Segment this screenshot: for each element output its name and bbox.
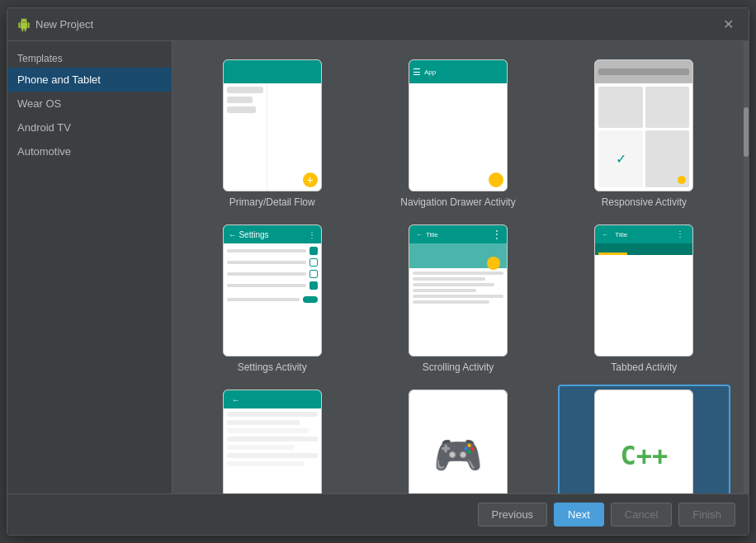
gamepad-icon: 🎮 [433,432,483,479]
cancel-button[interactable]: Cancel [611,503,672,526]
template-name-responsive: Responsive Activity [602,196,687,208]
template-thumbnail-game-activity: 🎮 [409,390,508,493]
template-card-navigation-drawer[interactable]: ☰ App Navigation Drawer Activity [371,54,544,213]
template-thumbnail-settings: ← Settings ⋮ [223,224,322,356]
template-card-tabbed[interactable]: ← Title ⋮ Tabbed Activity [558,220,730,378]
main-content: + Primary/Detail Flow ☰ App [172,41,744,493]
finish-button[interactable]: Finish [678,503,735,526]
template-name-primary-detail: Primary/Detail Flow [229,196,315,208]
sidebar-item-phone-tablet[interactable]: Phone and Tablet [7,68,172,92]
previous-button[interactable]: Previous [478,503,548,526]
dialog-title-text: New Project [35,18,93,31]
template-card-native-cpp[interactable]: C++ Native C++ [558,385,730,493]
close-button[interactable]: ✕ [718,15,739,34]
template-card-settings[interactable]: ← Settings ⋮ [186,220,358,378]
cpp-logo-text: C++ [620,440,668,471]
template-card-game-activity[interactable]: 🎮 Game Activity (C++) [371,385,544,493]
template-card-primary-detail[interactable]: + Primary/Detail Flow [186,54,358,213]
sidebar-item-label-wear-os: Wear OS [17,97,61,110]
template-card-fragment-viewmodel[interactable]: ← [186,385,358,493]
sidebar-item-android-tv[interactable]: Android TV [7,116,172,139]
dialog-titlebar: New Project ✕ [7,8,749,41]
template-grid: + Primary/Detail Flow ☰ App [172,41,744,493]
scroll-thumb [744,107,749,157]
sidebar: Templates Phone and Tablet Wear OS Andro… [7,41,172,493]
template-card-responsive[interactable]: Responsive Activity [558,54,730,213]
template-name-tabbed: Tabbed Activity [611,361,677,373]
next-button[interactable]: Next [554,503,604,526]
template-card-scrolling[interactable]: ← Title ⋮ [371,220,544,378]
sidebar-item-label-android-tv: Android TV [17,121,71,134]
template-thumbnail-tabbed: ← Title ⋮ [594,224,693,356]
dialog-footer: Previous Next Cancel Finish [7,493,749,535]
scrollbar[interactable] [744,41,749,493]
template-thumbnail-fragment-viewmodel: ← [223,390,322,493]
sidebar-item-label-automotive: Automotive [17,145,71,158]
template-thumbnail-native-cpp: C++ [594,390,693,493]
template-name-scrolling: Scrolling Activity [423,361,494,373]
sidebar-item-automotive[interactable]: Automotive [7,139,172,163]
template-thumbnail-responsive [594,59,693,191]
template-thumbnail-scrolling: ← Title ⋮ [409,224,508,356]
template-thumbnail-navigation-drawer: ☰ App [409,59,508,191]
android-icon [17,18,31,31]
template-thumbnail-primary-detail: + [223,59,322,191]
template-name-settings: Settings Activity [238,361,307,373]
sidebar-section-label: Templates [7,48,172,68]
new-project-dialog: New Project ✕ Templates Phone and Tablet… [7,7,749,536]
template-name-navigation-drawer: Navigation Drawer Activity [400,196,515,208]
sidebar-item-wear-os[interactable]: Wear OS [7,92,172,116]
sidebar-item-label-phone-tablet: Phone and Tablet [17,73,101,86]
dialog-title: New Project [17,18,93,31]
dialog-body: Templates Phone and Tablet Wear OS Andro… [7,41,749,493]
